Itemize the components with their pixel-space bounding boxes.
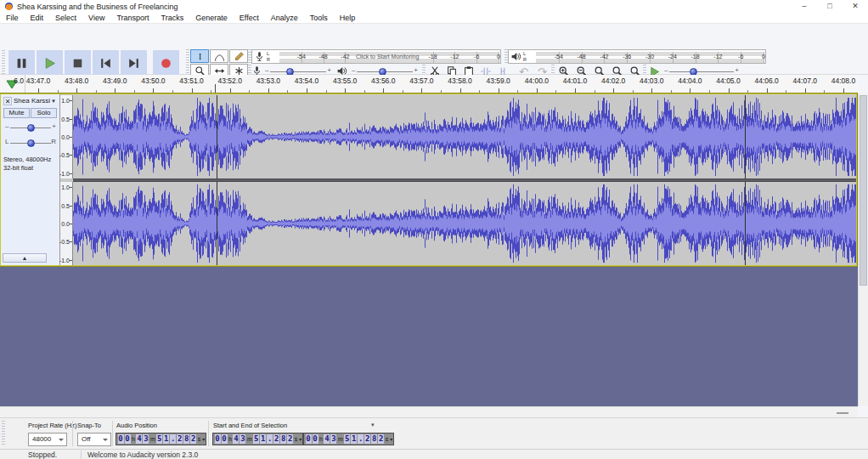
waveform-channel-2[interactable] bbox=[73, 182, 856, 265]
menu-edit[interactable]: Edit bbox=[25, 13, 50, 24]
meter-tick-label: 0 bbox=[497, 54, 500, 60]
timeline-label: 44:07.0 bbox=[786, 76, 824, 85]
mute-button[interactable]: Mute bbox=[3, 108, 30, 118]
time-unit[interactable]: m bbox=[246, 436, 253, 442]
vertical-scrollbar[interactable] bbox=[858, 94, 868, 406]
time-digit[interactable]: 4 bbox=[324, 434, 330, 444]
menu-tools[interactable]: Tools bbox=[304, 13, 334, 24]
time-field-dropdown-icon[interactable]: ▾ bbox=[389, 436, 392, 442]
time-digit[interactable]: 5 bbox=[253, 434, 259, 444]
time-digit[interactable]: 4 bbox=[233, 434, 239, 444]
menu-view[interactable]: View bbox=[82, 13, 110, 24]
record-button[interactable] bbox=[153, 50, 179, 76]
selection-start-field[interactable]: 00h43m51.282s▾ bbox=[212, 433, 303, 445]
menu-effect[interactable]: Effect bbox=[234, 13, 265, 24]
maximize-button[interactable]: □ bbox=[817, 0, 843, 13]
time-digit[interactable]: 1 bbox=[351, 434, 357, 444]
menu-tracks[interactable]: Tracks bbox=[155, 13, 190, 24]
time-digit[interactable]: 0 bbox=[306, 434, 312, 444]
scale-label: 0.5 bbox=[61, 116, 70, 122]
mic-icon bbox=[254, 51, 265, 62]
minimize-button[interactable]: – bbox=[792, 0, 817, 13]
close-button[interactable]: ✕ bbox=[843, 0, 868, 13]
horizontal-scrollbar[interactable] bbox=[0, 406, 858, 417]
pause-button[interactable] bbox=[8, 50, 35, 76]
time-digit[interactable]: 0 bbox=[118, 434, 124, 444]
skip-start-button[interactable] bbox=[93, 50, 119, 76]
time-unit[interactable]: h bbox=[228, 436, 233, 442]
track-title-menu[interactable]: Shea Karssi bbox=[14, 97, 58, 105]
menu-transport[interactable]: Transport bbox=[110, 13, 155, 24]
timeline-label: 43:55.0 bbox=[326, 76, 364, 85]
time-digit[interactable]: 1 bbox=[163, 434, 169, 444]
time-digit[interactable]: 5 bbox=[344, 434, 350, 444]
time-digit[interactable]: . bbox=[170, 434, 176, 444]
timeline-ruler[interactable]: 6.043:47.043:48.043:49.043:50.043:51.043… bbox=[0, 75, 858, 94]
toolbar-grip[interactable] bbox=[186, 49, 189, 78]
time-digit[interactable]: 2 bbox=[364, 434, 370, 444]
snap-to-select[interactable]: Off bbox=[77, 433, 111, 446]
time-unit[interactable]: h bbox=[318, 436, 324, 442]
gain-slider[interactable]: –+ bbox=[5, 122, 56, 133]
draw-tool-button[interactable] bbox=[229, 49, 248, 63]
play-button[interactable] bbox=[37, 50, 63, 76]
envelope-tool-button[interactable] bbox=[210, 49, 228, 63]
time-digit[interactable]: . bbox=[358, 434, 364, 444]
time-field-dropdown-icon[interactable]: ▾ bbox=[298, 436, 302, 442]
time-digit[interactable]: 1 bbox=[260, 434, 266, 444]
time-digit[interactable]: 8 bbox=[183, 434, 189, 444]
time-digit[interactable]: 0 bbox=[222, 434, 228, 444]
skip-end-button[interactable] bbox=[121, 50, 147, 76]
recording-meter[interactable]: LR-54-48-42-18-12-60Click to Start Monit… bbox=[251, 49, 501, 64]
horizontal-scrollbar-thumb[interactable] bbox=[837, 412, 848, 414]
time-digit[interactable]: 5 bbox=[156, 434, 162, 444]
time-unit[interactable]: m bbox=[149, 436, 156, 442]
stop-icon bbox=[70, 56, 85, 71]
pan-slider[interactable]: LR bbox=[5, 137, 56, 149]
toolbar-grip[interactable] bbox=[2, 421, 5, 446]
time-digit[interactable]: . bbox=[267, 434, 273, 444]
time-digit[interactable]: 3 bbox=[240, 434, 245, 444]
menu-help[interactable]: Help bbox=[334, 13, 362, 24]
pan-slider-thumb[interactable] bbox=[27, 139, 35, 147]
menu-analyze[interactable]: Analyze bbox=[265, 13, 304, 24]
time-digit[interactable]: 2 bbox=[287, 434, 293, 444]
time-digit[interactable]: 2 bbox=[378, 434, 384, 444]
stop-button[interactable] bbox=[65, 50, 91, 76]
timeline-major-tick bbox=[651, 88, 652, 93]
vertical-scale-channel-2[interactable]: 1.00.50.0-0.5-1.0 bbox=[60, 182, 73, 265]
time-digit[interactable]: 0 bbox=[125, 434, 131, 444]
time-digit[interactable]: 2 bbox=[190, 434, 196, 444]
menu-file[interactable]: File bbox=[0, 13, 25, 24]
selection-end-field[interactable]: 00h43m51.282s▾ bbox=[303, 433, 394, 445]
track-close-button[interactable]: ✕ bbox=[3, 97, 12, 105]
vertical-scrollbar-thumb[interactable] bbox=[860, 95, 867, 286]
toolbar-grip[interactable] bbox=[2, 50, 5, 77]
time-unit[interactable]: h bbox=[131, 436, 136, 442]
audio-position-field[interactable]: 00h43m51.282s▾ bbox=[116, 433, 206, 445]
waveform-channel-1[interactable] bbox=[73, 95, 856, 178]
timeline-major-tick bbox=[613, 88, 614, 93]
time-unit[interactable]: m bbox=[337, 436, 344, 442]
solo-button[interactable]: Solo bbox=[31, 108, 57, 118]
project-rate-select[interactable]: 48000 bbox=[28, 433, 67, 446]
time-digit[interactable]: 3 bbox=[330, 434, 336, 444]
playback-meter[interactable]: LR-54-48-42-36-30-24-18-12-60 bbox=[508, 49, 766, 64]
menu-select[interactable]: Select bbox=[49, 13, 82, 24]
time-digit[interactable]: 2 bbox=[177, 434, 183, 444]
time-digit[interactable]: 2 bbox=[273, 434, 279, 444]
time-digit[interactable]: 4 bbox=[136, 434, 142, 444]
vertical-scale-channel-1[interactable]: 1.00.50.0-0.5-1.0 bbox=[60, 95, 73, 178]
time-digit[interactable]: 0 bbox=[313, 434, 318, 444]
time-digit[interactable]: 3 bbox=[143, 434, 149, 444]
selection-tool-button[interactable]: I bbox=[190, 49, 209, 63]
menu-generate[interactable]: Generate bbox=[189, 13, 234, 24]
time-digit[interactable]: 8 bbox=[371, 434, 377, 444]
start-monitoring-text[interactable]: Click to Start Monitoring bbox=[356, 54, 419, 60]
time-field-dropdown-icon[interactable]: ▾ bbox=[201, 436, 205, 442]
gain-slider-thumb[interactable] bbox=[27, 124, 35, 132]
time-digit[interactable]: 0 bbox=[215, 434, 221, 444]
time-digit[interactable]: 8 bbox=[280, 434, 286, 444]
track-collapse-button[interactable]: ▲ bbox=[3, 253, 47, 263]
selection-range-dropdown-icon[interactable]: ▾ bbox=[371, 422, 375, 428]
